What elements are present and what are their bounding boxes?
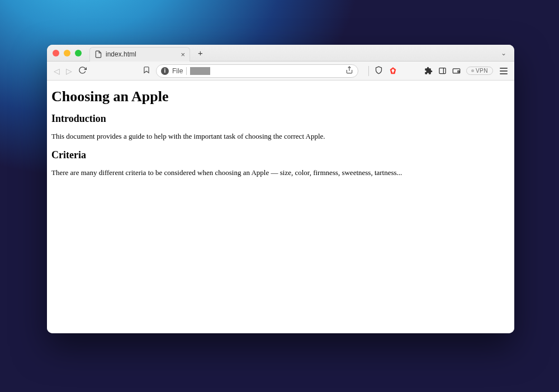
vpn-status-dot bbox=[471, 69, 474, 72]
menu-button[interactable] bbox=[499, 67, 509, 75]
page-content: Choosing an Apple Introduction This docu… bbox=[47, 81, 514, 333]
separator bbox=[368, 66, 369, 76]
reload-button[interactable] bbox=[78, 66, 87, 76]
titlebar: index.html × + ⌄ bbox=[47, 45, 514, 62]
site-info-icon[interactable]: i bbox=[161, 67, 169, 75]
back-button[interactable]: ◁ bbox=[53, 67, 60, 75]
close-window-button[interactable] bbox=[53, 50, 59, 56]
paragraph-criteria: There are many different criteria to be … bbox=[51, 168, 510, 178]
toolbar: ◁ ▷ i File bbox=[47, 62, 514, 81]
forward-button[interactable]: ▷ bbox=[65, 67, 73, 75]
url-redacted bbox=[190, 67, 210, 75]
tab-title: index.html bbox=[106, 50, 136, 58]
paragraph-introduction: This document provides a guide to help w… bbox=[51, 131, 510, 141]
chevron-down-icon[interactable]: ⌄ bbox=[499, 47, 509, 59]
url-scheme: File bbox=[172, 67, 183, 75]
address-bar[interactable]: i File bbox=[156, 64, 358, 78]
svg-rect-1 bbox=[439, 68, 446, 74]
browser-tab[interactable]: index.html × bbox=[89, 47, 190, 62]
separator bbox=[186, 67, 187, 75]
section-heading-introduction: Introduction bbox=[51, 113, 510, 125]
bookmark-icon[interactable] bbox=[143, 66, 150, 75]
nav-arrows: ◁ ▷ bbox=[53, 67, 73, 75]
file-icon bbox=[94, 50, 102, 58]
sidebar-panel-icon[interactable] bbox=[438, 67, 447, 75]
vpn-button[interactable]: VPN bbox=[466, 67, 493, 75]
page-heading: Choosing an Apple bbox=[51, 88, 510, 105]
toolbar-right: VPN bbox=[368, 66, 509, 76]
vpn-label: VPN bbox=[476, 68, 488, 74]
tab-strip: index.html × + bbox=[89, 45, 206, 61]
shield-icon[interactable] bbox=[375, 66, 383, 76]
wallet-icon[interactable] bbox=[452, 67, 461, 75]
section-heading-criteria: Criteria bbox=[51, 149, 510, 161]
share-icon[interactable] bbox=[345, 66, 353, 75]
close-tab-icon[interactable]: × bbox=[181, 50, 185, 59]
new-tab-button[interactable]: + bbox=[195, 47, 206, 59]
browser-window: index.html × + ⌄ ◁ ▷ i File bbox=[47, 45, 514, 333]
maximize-window-button[interactable] bbox=[75, 50, 82, 56]
extensions-icon[interactable] bbox=[424, 67, 433, 75]
brave-rewards-icon[interactable] bbox=[389, 66, 397, 76]
window-controls bbox=[53, 50, 82, 56]
minimize-window-button[interactable] bbox=[64, 50, 70, 56]
